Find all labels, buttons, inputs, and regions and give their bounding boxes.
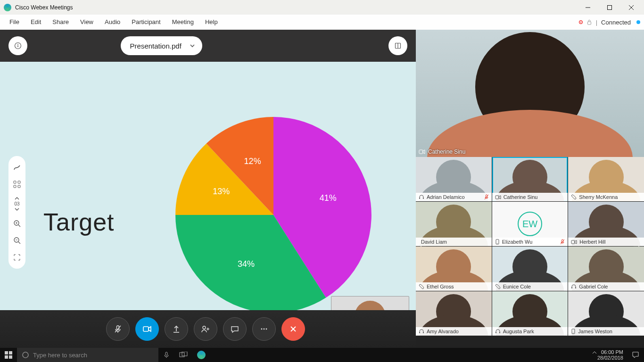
- end-call-button[interactable]: [281, 317, 305, 341]
- participant-thumb[interactable]: Eunice Cole: [492, 247, 568, 291]
- more-button[interactable]: [252, 317, 276, 341]
- menu-share[interactable]: Share: [47, 15, 74, 30]
- svg-point-32: [264, 329, 265, 330]
- svg-rect-38: [419, 197, 420, 199]
- chevron-down-icon[interactable]: [14, 207, 20, 211]
- audio-type-icon: [495, 195, 501, 200]
- thumbnail-grid-button[interactable]: [12, 180, 22, 189]
- camera-icon: [419, 149, 425, 155]
- participant-thumb[interactable]: Augusta Park: [492, 291, 568, 336]
- start-button[interactable]: [0, 348, 17, 362]
- svg-point-31: [261, 329, 263, 330]
- chat-button[interactable]: [223, 317, 247, 341]
- svg-line-19: [18, 242, 20, 244]
- svg-line-15: [18, 225, 20, 227]
- chevron-up-icon[interactable]: [592, 350, 597, 355]
- audio-type-icon: [419, 194, 424, 200]
- taskbar-webex-app[interactable]: [192, 348, 210, 362]
- mute-button[interactable]: [106, 317, 130, 341]
- audio-type-icon: [571, 329, 576, 334]
- action-center-button[interactable]: [627, 348, 644, 362]
- svg-rect-53: [423, 332, 424, 333]
- participant-thumb[interactable]: Herbert Hill: [568, 202, 644, 246]
- menu-audio[interactable]: Audio: [99, 15, 126, 30]
- zoom-out-button[interactable]: [12, 236, 22, 245]
- participant-name: James Weston: [578, 329, 612, 334]
- svg-rect-58: [5, 351, 8, 354]
- shared-doc-name: Presentation.pdf: [130, 42, 182, 50]
- menu-edit[interactable]: Edit: [25, 15, 47, 30]
- svg-marker-37: [423, 150, 425, 154]
- participant-thumb[interactable]: Amy Alvarado: [416, 291, 492, 336]
- participant-name: David Liam: [421, 239, 447, 245]
- svg-rect-59: [9, 351, 12, 354]
- pie-slice-label: 34%: [238, 259, 255, 269]
- taskbar-clock[interactable]: 06:00 PM 28/02/2018: [588, 348, 627, 362]
- active-speaker-name: Catherine Sinu: [428, 148, 465, 155]
- svg-rect-4: [587, 22, 591, 25]
- audio-type-icon: [495, 239, 500, 245]
- participant-name: Augusta Park: [503, 329, 534, 334]
- annotation-toolbar: 03: [8, 156, 25, 269]
- participant-name: Herbert Hill: [579, 239, 605, 245]
- participant-name: Ethel Gross: [427, 284, 454, 289]
- menu-participant[interactable]: Participant: [126, 15, 166, 30]
- window-maximize-button[interactable]: [599, 0, 620, 15]
- svg-point-28: [203, 326, 206, 329]
- window-close-button[interactable]: [620, 0, 642, 15]
- svg-rect-12: [14, 185, 16, 188]
- page-stepper[interactable]: 03: [14, 197, 20, 211]
- participant-thumb[interactable]: Adrian Delamico: [416, 157, 492, 201]
- window-title: Cisco Webex Meetings: [15, 4, 73, 11]
- task-view-button[interactable]: [174, 348, 192, 362]
- menu-view[interactable]: View: [74, 15, 99, 30]
- audio-type-icon: [419, 284, 424, 289]
- participant-thumb[interactable]: Gabriel Cole: [568, 247, 644, 291]
- svg-marker-49: [575, 240, 577, 244]
- participants-button[interactable]: [194, 317, 217, 341]
- svg-rect-1: [608, 5, 612, 9]
- svg-marker-43: [499, 196, 501, 199]
- svg-rect-52: [419, 332, 420, 333]
- draw-tool-button[interactable]: [12, 163, 22, 172]
- svg-rect-24: [143, 327, 149, 331]
- taskbar-mic-button[interactable]: [158, 348, 174, 362]
- layout-button[interactable]: [388, 36, 407, 55]
- audio-type-icon: [571, 284, 577, 289]
- muted-icon: [560, 239, 565, 245]
- svg-rect-55: [499, 332, 500, 333]
- pie-slice-label: 41%: [320, 193, 337, 203]
- participant-thumb[interactable]: David Liam: [416, 202, 492, 246]
- share-button[interactable]: [165, 317, 188, 341]
- svg-rect-63: [165, 352, 167, 355]
- zoom-in-button[interactable]: [12, 219, 22, 228]
- menu-meeting[interactable]: Meeting: [166, 15, 199, 30]
- audio-type-icon: [495, 284, 501, 289]
- participant-name: Amy Alvarado: [427, 329, 459, 334]
- svg-rect-61: [9, 355, 12, 359]
- fullscreen-button[interactable]: [12, 253, 22, 262]
- windows-taskbar: Type here to search 06:00 PM 28/02/2018: [0, 348, 644, 362]
- taskbar-time: 06:00 PM: [601, 349, 623, 355]
- taskbar-search[interactable]: Type here to search: [17, 348, 158, 362]
- svg-point-62: [23, 352, 28, 358]
- participant-thumb[interactable]: James Weston: [568, 291, 644, 336]
- chevron-up-icon[interactable]: [14, 197, 20, 200]
- video-panel: Catherine Sinu ‹ › Adrian DelamicoCather…: [416, 30, 644, 348]
- menu-help[interactable]: Help: [199, 15, 223, 30]
- info-button[interactable]: [8, 36, 27, 55]
- participant-thumb[interactable]: EWElizabeth Wu: [492, 202, 568, 246]
- window-minimize-button[interactable]: [577, 0, 599, 15]
- participant-thumb[interactable]: Ethel Gross: [416, 247, 492, 291]
- muted-icon: [484, 194, 489, 200]
- svg-rect-13: [18, 185, 20, 188]
- participant-thumb[interactable]: Catherine Sinu: [492, 157, 568, 201]
- svg-rect-51: [575, 287, 576, 288]
- shared-doc-pill[interactable]: Presentation.pdf: [121, 36, 202, 55]
- active-speaker-video[interactable]: Catherine Sinu: [416, 30, 644, 157]
- participant-thumb[interactable]: Sherry McKenna: [568, 157, 644, 201]
- menu-file[interactable]: File: [4, 15, 25, 30]
- video-button[interactable]: [135, 317, 159, 341]
- participant-name: Elizabeth Wu: [502, 239, 533, 245]
- svg-rect-42: [495, 196, 499, 199]
